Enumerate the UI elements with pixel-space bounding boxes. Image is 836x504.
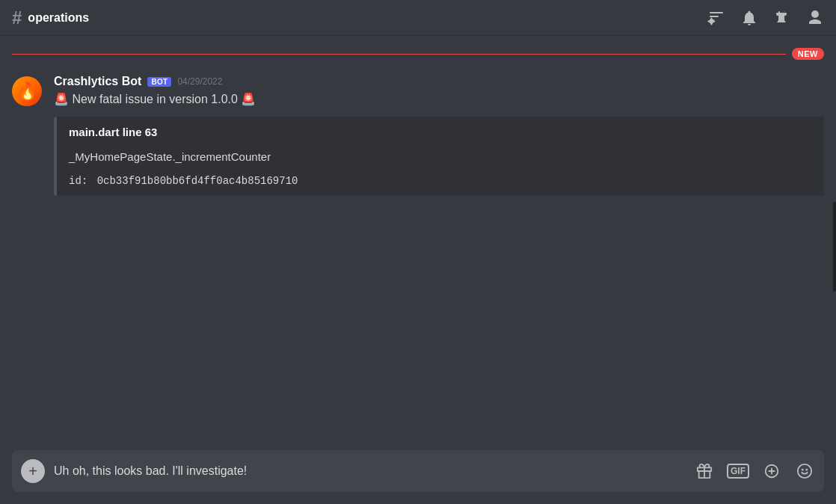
threads-icon[interactable] <box>707 9 725 27</box>
divider-line <box>12 54 786 55</box>
message-alert-text: 🚨 New fatal issue in version 1.0.0 🚨 <box>54 91 824 108</box>
sticker-icon[interactable] <box>761 461 782 482</box>
embed-id-label: id: <box>69 175 87 187</box>
members-icon[interactable] <box>806 9 824 27</box>
gift-icon[interactable] <box>694 461 715 482</box>
add-attachment-button[interactable]: + <box>21 459 45 483</box>
header-left: # operations <box>12 9 707 27</box>
message-content: Crashlytics Bot BOT 04/29/2022 🚨 New fat… <box>54 75 824 196</box>
new-badge: NEW <box>792 48 824 60</box>
svg-point-2 <box>805 469 808 471</box>
hash-icon: # <box>12 9 22 27</box>
avatar: 🔥 <box>12 76 42 106</box>
message-embed-block: main.dart line 63 _MyHomePageState._incr… <box>54 117 824 196</box>
svg-point-0 <box>798 464 811 478</box>
gif-button[interactable]: GIF <box>727 464 749 479</box>
scrollbar[interactable] <box>830 36 836 450</box>
embed-id-value: 0cb33f91b80bb6fd4ff0ac4b85169710 <box>97 175 298 187</box>
header-icons <box>707 9 824 27</box>
embed-method: _MyHomePageState._incrementCounter <box>69 150 812 163</box>
message-timestamp: 04/29/2022 <box>177 76 222 87</box>
notification-bell-icon[interactable] <box>740 9 758 27</box>
embed-id: id: 0cb33f91b80bb6fd4ff0ac4b85169710 <box>69 175 812 187</box>
message-item: 🔥 Crashlytics Bot BOT 04/29/2022 🚨 New f… <box>0 72 836 199</box>
emoji-icon[interactable] <box>794 461 815 482</box>
new-messages-divider: NEW <box>0 48 836 60</box>
message-author: Crashlytics Bot <box>54 75 141 88</box>
input-right-icons: GIF <box>694 461 815 482</box>
messages-area: NEW 🔥 Crashlytics Bot BOT 04/29/2022 🚨 N… <box>0 36 836 450</box>
message-header: Crashlytics Bot BOT 04/29/2022 <box>54 75 824 88</box>
scrollbar-thumb[interactable] <box>833 202 836 292</box>
plus-icon: + <box>28 464 37 479</box>
embed-title: main.dart line 63 <box>69 126 812 138</box>
channel-name: operations <box>28 11 89 25</box>
svg-point-1 <box>802 469 804 471</box>
input-area: + GIF <box>0 450 836 504</box>
pin-icon[interactable] <box>773 9 791 27</box>
message-input-container: + GIF <box>12 450 824 492</box>
message-input[interactable] <box>45 464 694 478</box>
bot-badge: BOT <box>147 77 171 87</box>
channel-header: # operations <box>0 0 836 36</box>
